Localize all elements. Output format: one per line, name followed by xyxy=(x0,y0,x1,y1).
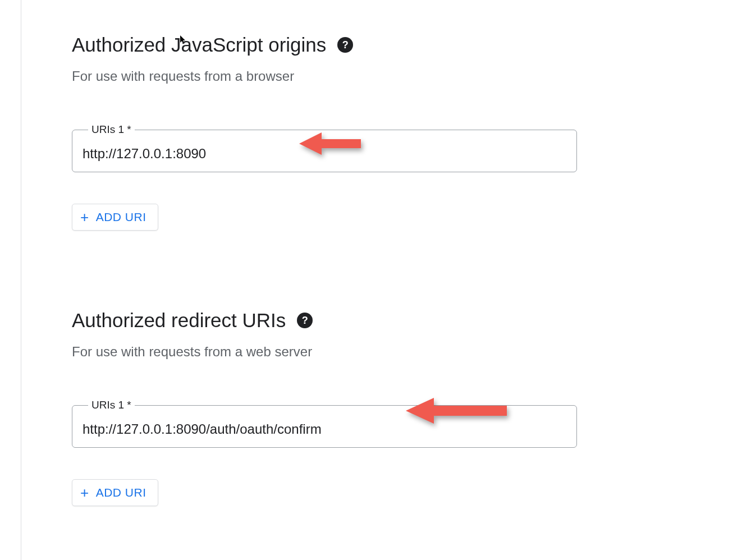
redirect-uris-uri-input[interactable] xyxy=(83,421,566,437)
js-origins-field-label: URIs 1 * xyxy=(88,123,135,136)
help-icon[interactable]: ? xyxy=(337,37,353,53)
js-origins-field-wrap: URIs 1 * xyxy=(72,123,577,172)
js-origins-section: Authorized JavaScript origins ? For use … xyxy=(72,34,577,231)
add-uri-label: ADD URI xyxy=(96,210,146,224)
redirect-uris-field-label: URIs 1 * xyxy=(88,399,135,411)
add-uri-label: ADD URI xyxy=(96,486,146,499)
help-icon[interactable]: ? xyxy=(297,313,313,328)
add-uri-button[interactable]: + ADD URI xyxy=(72,204,158,231)
js-origins-subtitle: For use with requests from a browser xyxy=(72,68,577,84)
vertical-divider xyxy=(21,0,21,560)
plus-icon: + xyxy=(80,485,89,500)
js-origins-uri-input[interactable] xyxy=(83,146,566,162)
js-origins-heading: Authorized JavaScript origins xyxy=(72,34,326,56)
redirect-uris-heading: Authorized redirect URIs xyxy=(72,309,286,332)
redirect-uris-field-wrap: URIs 1 * xyxy=(72,399,577,448)
redirect-uris-section: Authorized redirect URIs ? For use with … xyxy=(72,309,577,506)
add-uri-button[interactable]: + ADD URI xyxy=(72,479,158,506)
redirect-uris-subtitle: For use with requests from a web server xyxy=(72,344,577,360)
plus-icon: + xyxy=(80,210,89,224)
